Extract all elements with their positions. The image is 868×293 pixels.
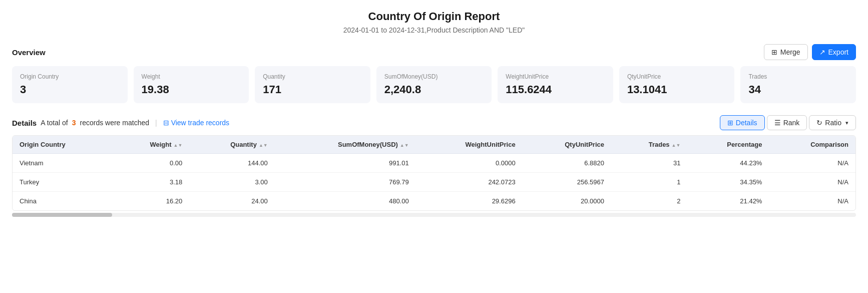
view-link-label: View trade records bbox=[171, 119, 229, 127]
col-header-1[interactable]: Weight▲▼ bbox=[112, 136, 189, 154]
cell-2-4: 29.6296 bbox=[416, 192, 523, 211]
tab-ratio[interactable]: ↻Ratio▾ bbox=[809, 115, 856, 130]
cell-2-6: 2 bbox=[611, 192, 687, 211]
stat-label-1: Weight bbox=[142, 73, 241, 80]
col-header-5: QtyUnitPrice bbox=[523, 136, 611, 154]
cell-0-6: 31 bbox=[611, 154, 687, 173]
details-label: Details bbox=[12, 119, 37, 127]
cell-0-7: 44.23% bbox=[687, 154, 769, 173]
stat-card-6: Trades 34 bbox=[740, 66, 856, 103]
cell-2-0: China bbox=[13, 192, 112, 211]
merge-button[interactable]: ⊞ Merge bbox=[764, 44, 808, 60]
scrollbar-thumb bbox=[12, 213, 112, 217]
col-header-8: Comparison bbox=[769, 136, 855, 154]
cell-0-5: 6.8820 bbox=[523, 154, 611, 173]
col-header-4: WeightUnitPrice bbox=[416, 136, 523, 154]
cell-1-3: 769.79 bbox=[275, 173, 416, 192]
col-header-3[interactable]: SumOfMoney(USD)▲▼ bbox=[275, 136, 416, 154]
cell-0-0: Vietnam bbox=[13, 154, 112, 173]
report-subtitle: 2024-01-01 to 2024-12-31,Product Descrip… bbox=[12, 26, 856, 34]
stat-card-4: WeightUnitPrice 115.6244 bbox=[498, 66, 613, 103]
stat-value-3: 2,240.8 bbox=[384, 83, 484, 96]
col-header-0: Origin Country bbox=[13, 136, 112, 154]
stat-label-3: SumOfMoney(USD) bbox=[384, 73, 484, 80]
stat-label-0: Origin Country bbox=[20, 73, 120, 80]
merge-icon: ⊞ bbox=[771, 48, 777, 56]
matched-suffix: records were matched bbox=[80, 119, 149, 127]
cell-0-1: 0.00 bbox=[112, 154, 189, 173]
stat-card-0: Origin Country 3 bbox=[12, 66, 128, 103]
stat-card-2: Quantity 171 bbox=[255, 66, 370, 103]
cell-1-2: 3.00 bbox=[189, 173, 274, 192]
export-label: Export bbox=[828, 48, 848, 56]
overview-btn-group: ⊞ Merge ↗ Export bbox=[764, 44, 856, 60]
report-header: Country Of Origin Report 2024-01-01 to 2… bbox=[12, 10, 856, 34]
stat-label-6: Trades bbox=[748, 73, 848, 80]
sort-icon-2: ▲▼ bbox=[259, 143, 268, 148]
view-tabs: ⊞Details☰Rank↻Ratio▾ bbox=[720, 115, 856, 130]
export-button[interactable]: ↗ Export bbox=[812, 44, 856, 60]
cell-1-6: 1 bbox=[611, 173, 687, 192]
cell-0-3: 991.01 bbox=[275, 154, 416, 173]
cell-0-4: 0.0000 bbox=[416, 154, 523, 173]
stat-value-2: 171 bbox=[263, 83, 362, 96]
stat-value-6: 34 bbox=[748, 83, 848, 96]
overview-section-header: Overview ⊞ Merge ↗ Export bbox=[12, 44, 856, 60]
col-header-6[interactable]: Trades▲▼ bbox=[611, 136, 687, 154]
stat-value-4: 115.6244 bbox=[506, 83, 605, 96]
stat-value-5: 13.1041 bbox=[627, 83, 727, 96]
export-icon: ↗ bbox=[819, 48, 825, 56]
view-trade-records-link[interactable]: ⊟ View trade records bbox=[163, 119, 229, 127]
details-info: Details A total of 3 records were matche… bbox=[12, 119, 229, 127]
cell-1-5: 256.5967 bbox=[523, 173, 611, 192]
scrollbar[interactable] bbox=[12, 213, 856, 217]
stat-value-1: 19.38 bbox=[142, 83, 241, 96]
stat-card-1: Weight 19.38 bbox=[134, 66, 249, 103]
table-row: China16.2024.00480.0029.629620.0000221.4… bbox=[13, 192, 855, 211]
col-header-2[interactable]: Quantity▲▼ bbox=[189, 136, 274, 154]
col-header-7: Percentage bbox=[687, 136, 769, 154]
matched-text: A total of bbox=[41, 119, 68, 127]
data-table-wrapper: Origin CountryWeight▲▼Quantity▲▼SumOfMon… bbox=[12, 135, 856, 211]
report-title: Country Of Origin Report bbox=[12, 10, 856, 23]
stats-row: Origin Country 3 Weight 19.38 Quantity 1… bbox=[12, 66, 856, 103]
cell-2-8: N/A bbox=[769, 192, 855, 211]
sort-icon-3: ▲▼ bbox=[400, 143, 409, 148]
divider: | bbox=[155, 119, 157, 127]
table-row: Turkey3.183.00769.79242.0723256.5967134.… bbox=[13, 173, 855, 192]
matched-count: 3 bbox=[72, 119, 76, 127]
cell-2-3: 480.00 bbox=[275, 192, 416, 211]
cell-2-7: 21.42% bbox=[687, 192, 769, 211]
cell-1-0: Turkey bbox=[13, 173, 112, 192]
cell-2-2: 24.00 bbox=[189, 192, 274, 211]
stat-card-3: SumOfMoney(USD) 2,240.8 bbox=[376, 66, 492, 103]
rank-tab-icon: ☰ bbox=[774, 119, 781, 127]
stat-label-4: WeightUnitPrice bbox=[506, 73, 605, 80]
cell-1-1: 3.18 bbox=[112, 173, 189, 192]
cell-0-2: 144.00 bbox=[189, 154, 274, 173]
merge-label: Merge bbox=[780, 48, 800, 56]
tab-details[interactable]: ⊞Details bbox=[720, 115, 765, 130]
sort-icon-1: ▲▼ bbox=[173, 143, 182, 148]
cell-2-5: 20.0000 bbox=[523, 192, 611, 211]
cell-1-8: N/A bbox=[769, 173, 855, 192]
ratio-tab-icon: ↻ bbox=[816, 119, 822, 127]
table-icon: ⊟ bbox=[163, 119, 169, 127]
ratio-dropdown-icon: ▾ bbox=[845, 120, 848, 126]
cell-0-8: N/A bbox=[769, 154, 855, 173]
stat-card-5: QtyUnitPrice 13.1041 bbox=[619, 66, 735, 103]
stat-label-2: Quantity bbox=[263, 73, 362, 80]
details-tab-icon: ⊞ bbox=[727, 119, 733, 127]
table-row: Vietnam0.00144.00991.010.00006.88203144.… bbox=[13, 154, 855, 173]
sort-icon-6: ▲▼ bbox=[672, 143, 681, 148]
overview-label: Overview bbox=[12, 48, 46, 57]
data-table: Origin CountryWeight▲▼Quantity▲▼SumOfMon… bbox=[13, 136, 855, 210]
cell-1-4: 242.0723 bbox=[416, 173, 523, 192]
cell-1-7: 34.35% bbox=[687, 173, 769, 192]
details-section-header: Details A total of 3 records were matche… bbox=[12, 115, 856, 130]
tab-rank[interactable]: ☰Rank bbox=[767, 115, 807, 130]
cell-2-1: 16.20 bbox=[112, 192, 189, 211]
stat-label-5: QtyUnitPrice bbox=[627, 73, 727, 80]
stat-value-0: 3 bbox=[20, 83, 120, 96]
